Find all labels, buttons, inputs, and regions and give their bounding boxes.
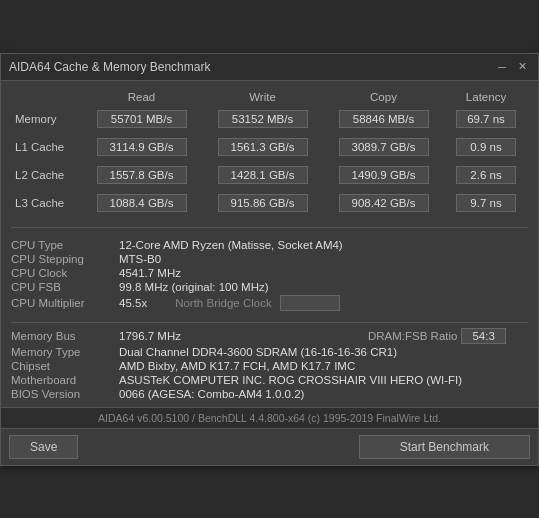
motherboard-row: Motherboard ASUSTeK COMPUTER INC. ROG CR…	[11, 373, 528, 387]
window-controls: ─ ✕	[494, 60, 530, 74]
memory-bus-left: Memory Bus 1796.7 MHz	[11, 330, 368, 342]
table-row: Memory 55701 MB/s 53152 MB/s 58846 MB/s …	[11, 107, 528, 131]
cpu-fsb-label: CPU FSB	[11, 281, 119, 293]
copy-value-0: 58846 MB/s	[339, 110, 429, 128]
read-value-0: 55701 MB/s	[97, 110, 187, 128]
write-cell-3: 915.86 GB/s	[202, 191, 323, 215]
dram-fsb-label: DRAM:FSB Ratio	[368, 330, 457, 342]
memory-info-section: Memory Bus 1796.7 MHz DRAM:FSB Ratio 54:…	[11, 327, 528, 401]
copy-value-1: 3089.7 GB/s	[339, 138, 429, 156]
write-cell-1: 1561.3 GB/s	[202, 135, 323, 159]
cpu-clock-label: CPU Clock	[11, 267, 119, 279]
read-cell-1: 3114.9 GB/s	[81, 135, 202, 159]
memory-bus-value: 1796.7 MHz	[119, 330, 368, 342]
latency-value-2: 2.6 ns	[456, 166, 516, 184]
copy-cell-3: 908.42 GB/s	[323, 191, 444, 215]
table-row: L3 Cache 1088.4 GB/s 915.86 GB/s 908.42 …	[11, 191, 528, 215]
cpu-stepping-value: MTS-B0	[119, 253, 528, 265]
memory-bus-label: Memory Bus	[11, 330, 119, 342]
read-cell-3: 1088.4 GB/s	[81, 191, 202, 215]
latency-value-3: 9.7 ns	[456, 194, 516, 212]
latency-cell-3: 9.7 ns	[444, 191, 528, 215]
cpu-stepping-label: CPU Stepping	[11, 253, 119, 265]
cpu-stepping-row: CPU Stepping MTS-B0	[11, 252, 528, 266]
bios-label: BIOS Version	[11, 388, 119, 400]
title-bar: AIDA64 Cache & Memory Benchmark ─ ✕	[1, 54, 538, 81]
write-cell-0: 53152 MB/s	[202, 107, 323, 131]
chipset-row: Chipset AMD Bixby, AMD K17.7 FCH, AMD K1…	[11, 359, 528, 373]
read-cell-0: 55701 MB/s	[81, 107, 202, 131]
cpu-multiplier-value: 45.5x	[119, 297, 147, 309]
close-button[interactable]: ✕	[514, 60, 530, 74]
memory-type-value: Dual Channel DDR4-3600 SDRAM (16-16-16-3…	[119, 346, 528, 358]
cpu-clock-row: CPU Clock 4541.7 MHz	[11, 266, 528, 280]
divider-1	[11, 227, 528, 228]
latency-cell-2: 2.6 ns	[444, 163, 528, 187]
motherboard-value: ASUSTeK COMPUTER INC. ROG CROSSHAIR VIII…	[119, 374, 528, 386]
read-value-3: 1088.4 GB/s	[97, 194, 187, 212]
memory-type-row: Memory Type Dual Channel DDR4-3600 SDRAM…	[11, 345, 528, 359]
latency-value-1: 0.9 ns	[456, 138, 516, 156]
divider-2	[11, 322, 528, 323]
write-cell-2: 1428.1 GB/s	[202, 163, 323, 187]
write-value-2: 1428.1 GB/s	[218, 166, 308, 184]
cpu-multiplier-row-content: 45.5x North Bridge Clock	[119, 295, 528, 311]
copy-cell-1: 3089.7 GB/s	[323, 135, 444, 159]
save-button[interactable]: Save	[9, 435, 78, 459]
latency-cell-0: 69.7 ns	[444, 107, 528, 131]
bios-row: BIOS Version 0066 (AGESA: Combo-AM4 1.0.…	[11, 387, 528, 401]
write-value-3: 915.86 GB/s	[218, 194, 308, 212]
cpu-type-value: 12-Core AMD Ryzen (Matisse, Socket AM4)	[119, 239, 528, 251]
table-row: L1 Cache 3114.9 GB/s 1561.3 GB/s 3089.7 …	[11, 135, 528, 159]
copy-cell-0: 58846 MB/s	[323, 107, 444, 131]
copy-value-3: 908.42 GB/s	[339, 194, 429, 212]
write-value-0: 53152 MB/s	[218, 110, 308, 128]
row-label-3: L3 Cache	[11, 191, 81, 215]
minimize-button[interactable]: ─	[494, 60, 510, 74]
col-read-header: Read	[81, 89, 202, 107]
cpu-type-label: CPU Type	[11, 239, 119, 251]
col-row-label	[11, 89, 81, 107]
main-content: Read Write Copy Latency Memory 55701 MB/…	[1, 81, 538, 407]
cpu-multiplier-label: CPU Multiplier	[11, 297, 119, 309]
status-bar: AIDA64 v6.00.5100 / BenchDLL 4.4.800-x64…	[1, 407, 538, 428]
cpu-multiplier-row: CPU Multiplier 45.5x North Bridge Clock	[11, 294, 528, 312]
copy-value-2: 1490.9 GB/s	[339, 166, 429, 184]
bios-value: 0066 (AGESA: Combo-AM4 1.0.0.2)	[119, 388, 528, 400]
col-write-header: Write	[202, 89, 323, 107]
cpu-fsb-row: CPU FSB 99.8 MHz (original: 100 MHz)	[11, 280, 528, 294]
col-copy-header: Copy	[323, 89, 444, 107]
cpu-type-row: CPU Type 12-Core AMD Ryzen (Matisse, Soc…	[11, 238, 528, 252]
read-value-1: 3114.9 GB/s	[97, 138, 187, 156]
memory-bus-row: Memory Bus 1796.7 MHz DRAM:FSB Ratio 54:…	[11, 327, 528, 345]
cpu-fsb-value: 99.8 MHz (original: 100 MHz)	[119, 281, 528, 293]
read-value-2: 1557.8 GB/s	[97, 166, 187, 184]
read-cell-2: 1557.8 GB/s	[81, 163, 202, 187]
cpu-clock-value: 4541.7 MHz	[119, 267, 528, 279]
chipset-label: Chipset	[11, 360, 119, 372]
latency-cell-1: 0.9 ns	[444, 135, 528, 159]
bottom-bar: Save Start Benchmark	[1, 428, 538, 465]
row-label-0: Memory	[11, 107, 81, 131]
copy-cell-2: 1490.9 GB/s	[323, 163, 444, 187]
gap-2	[11, 312, 528, 318]
north-bridge-label: North Bridge Clock	[175, 297, 272, 309]
status-text: AIDA64 v6.00.5100 / BenchDLL 4.4.800-x64…	[98, 412, 441, 424]
north-bridge-value-box	[280, 295, 340, 311]
main-window: AIDA64 Cache & Memory Benchmark ─ ✕ Read…	[0, 53, 539, 466]
memory-type-label: Memory Type	[11, 346, 119, 358]
dram-fsb-right: DRAM:FSB Ratio 54:3	[368, 328, 528, 344]
write-value-1: 1561.3 GB/s	[218, 138, 308, 156]
start-benchmark-button[interactable]: Start Benchmark	[359, 435, 530, 459]
table-row: L2 Cache 1557.8 GB/s 1428.1 GB/s 1490.9 …	[11, 163, 528, 187]
window-title: AIDA64 Cache & Memory Benchmark	[9, 60, 210, 74]
col-latency-header: Latency	[444, 89, 528, 107]
chipset-value: AMD Bixby, AMD K17.7 FCH, AMD K17.7 IMC	[119, 360, 528, 372]
row-label-2: L2 Cache	[11, 163, 81, 187]
motherboard-label: Motherboard	[11, 374, 119, 386]
cpu-info-section: CPU Type 12-Core AMD Ryzen (Matisse, Soc…	[11, 238, 528, 312]
dram-fsb-value: 54:3	[461, 328, 505, 344]
benchmark-table: Read Write Copy Latency Memory 55701 MB/…	[11, 89, 528, 219]
latency-value-0: 69.7 ns	[456, 110, 516, 128]
row-label-1: L1 Cache	[11, 135, 81, 159]
